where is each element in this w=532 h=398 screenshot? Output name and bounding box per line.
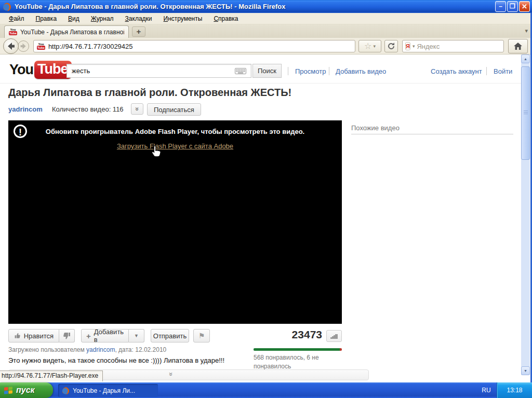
scrollbar-grip xyxy=(524,111,528,115)
sidebar-divider xyxy=(351,134,513,134)
thumbs-down-icon xyxy=(63,332,71,340)
youtube-logo[interactable]: You Tube xyxy=(9,61,72,79)
uploaded-suffix: , дата: 12.02.2010 xyxy=(115,346,166,353)
firefox-icon xyxy=(2,2,11,11)
divider xyxy=(329,67,329,75)
desktop-screen: YouTube - Дарья Липатова в главной роли.… xyxy=(0,0,532,398)
menu-tools[interactable]: Инструменты xyxy=(159,13,207,24)
yandex-icon: Я xyxy=(405,42,410,50)
url-input[interactable] xyxy=(48,43,352,50)
scrollbar-up-button[interactable]: ▲ xyxy=(521,54,530,63)
likes-text: 568 понравилось, 6 не понравилось xyxy=(254,353,346,371)
youtube-search-input[interactable] xyxy=(66,64,251,78)
menu-history[interactable]: Журнал xyxy=(86,13,118,24)
divider xyxy=(486,67,487,75)
uploader-link[interactable]: yadrincom xyxy=(8,105,43,113)
tab-title: YouTube - Дарья Липатова в главной рол..… xyxy=(20,29,124,36)
reload-icon xyxy=(387,42,395,50)
flash-download-link[interactable]: Загрузить Flash Player с сайта Adobe xyxy=(8,142,342,150)
windows-logo-icon xyxy=(4,387,13,394)
share-label: Отправить xyxy=(153,332,187,340)
scroll-down-icon: ▼ xyxy=(524,369,527,373)
status-link-preview: http://94.76.71.77/Flash-Player.exe xyxy=(0,370,103,381)
sign-in-link[interactable]: Войти xyxy=(494,67,512,75)
clock: 13:18 xyxy=(507,387,522,394)
uploaded-line: Загружено пользователем yadrincom, дата:… xyxy=(8,346,166,353)
start-label: пуск xyxy=(16,386,35,395)
menu-bookmarks[interactable]: Закладки xyxy=(121,13,157,24)
upload-link[interactable]: Добавить видео xyxy=(336,67,386,75)
video-title: Дарья Липатова в главной роли. Откровенн… xyxy=(8,87,291,99)
create-account-link[interactable]: Создать аккаунт xyxy=(431,67,482,75)
keyboard-icon[interactable] xyxy=(235,68,246,74)
youtube-favicon: You Tube xyxy=(9,29,17,35)
add-to-button[interactable]: + Добавить в xyxy=(81,329,129,342)
video-description: Это нужно видеть, на такое способны не в… xyxy=(8,356,224,364)
system-tray[interactable]: 13:18 xyxy=(497,382,532,398)
scroll-up-icon: ▲ xyxy=(524,57,527,61)
firefox-icon xyxy=(61,387,70,395)
flash-warning-text: Обновите проигрыватель Adobe Flash Playe… xyxy=(8,128,342,135)
uploaded-prefix: Загружено пользователем xyxy=(8,346,86,353)
start-button[interactable]: пуск xyxy=(0,382,53,398)
taskbar-firefox-task[interactable]: YouTube - Дарья Ли... xyxy=(58,384,158,397)
forward-arrow-icon xyxy=(20,43,27,50)
related-videos-title: Похожие видео xyxy=(351,124,400,132)
share-button[interactable]: Отправить xyxy=(151,329,189,342)
new-tab-button[interactable]: + xyxy=(132,26,145,37)
channel-expand-button[interactable]: » xyxy=(131,103,143,115)
rating-bar xyxy=(254,348,342,351)
video-player[interactable]: ! Обновите проигрыватель Adobe Flash Pla… xyxy=(8,120,342,324)
menu-bar: Файл Правка Вид Журнал Закладки Инструме… xyxy=(0,13,532,24)
menu-help[interactable]: Справка xyxy=(209,13,243,24)
flag-icon: ⚑ xyxy=(198,332,205,340)
menu-view[interactable]: Вид xyxy=(63,13,84,24)
yandex-search-input[interactable] xyxy=(417,43,508,50)
browse-link[interactable]: Просмотр xyxy=(295,67,326,75)
expand-chevron-icon: » xyxy=(166,372,176,376)
reload-button[interactable] xyxy=(384,40,398,52)
back-arrow-icon xyxy=(6,42,16,51)
task-label: YouTube - Дарья Ли... xyxy=(73,387,135,394)
window-titlebar[interactable]: YouTube - Дарья Липатова в главной роли.… xyxy=(0,0,532,13)
youtube-search-button[interactable]: Поиск xyxy=(252,64,282,78)
restore-button[interactable]: ❐ xyxy=(507,1,518,12)
header-divider xyxy=(0,83,521,84)
taskbar: пуск YouTube - Дарья Ли... RU 13:18 xyxy=(0,382,532,398)
menu-edit[interactable]: Правка xyxy=(31,13,62,24)
youtube-favicon: You Tube xyxy=(37,43,45,50)
statistics-button[interactable] xyxy=(326,330,342,342)
window-title: YouTube - Дарья Липатова в главной роли.… xyxy=(15,3,494,10)
url-bar[interactable]: You Tube xyxy=(33,40,355,52)
forward-button[interactable] xyxy=(18,40,29,52)
back-button[interactable] xyxy=(3,38,19,54)
cursor-pointer-icon xyxy=(150,145,162,159)
uploaded-user-link[interactable]: yadrincom xyxy=(86,346,115,353)
yandex-search-bar[interactable]: Я ▾ xyxy=(402,40,504,52)
tab-list-caret-icon[interactable]: ▾ xyxy=(525,28,528,34)
close-button[interactable]: ✕ xyxy=(519,1,530,12)
chevron-down-icon: » xyxy=(132,107,142,111)
navigation-toolbar: You Tube ☆ ▾ Я ▾ xyxy=(0,38,532,54)
scrollbar-thumb[interactable] xyxy=(521,66,530,160)
like-button[interactable]: Нравится xyxy=(8,329,59,342)
logo-you-text: You xyxy=(9,62,33,78)
add-to-dropdown-button[interactable]: ▼ xyxy=(129,329,144,342)
tab-youtube[interactable]: You Tube YouTube - Дарья Липатова в глав… xyxy=(4,25,129,38)
home-button[interactable] xyxy=(508,39,528,53)
rating-bar-dislikes xyxy=(340,348,342,351)
minimize-button[interactable]: – xyxy=(495,1,506,12)
language-indicator[interactable]: RU xyxy=(477,382,496,398)
bookmark-caret-icon: ▾ xyxy=(373,44,376,49)
thumbs-up-icon xyxy=(14,332,21,340)
view-count: 23473 xyxy=(249,328,322,341)
flag-button[interactable]: ⚑ xyxy=(193,329,210,342)
subscribe-button[interactable]: Подписаться xyxy=(147,103,201,116)
menu-file[interactable]: Файл xyxy=(4,13,29,24)
dislike-button[interactable] xyxy=(59,329,75,342)
search-engine-caret-icon[interactable]: ▾ xyxy=(413,44,415,49)
bookmark-star-button[interactable]: ☆ ▾ xyxy=(358,40,381,52)
scrollbar-down-button[interactable]: ▼ xyxy=(521,366,530,375)
rating-bar-likes xyxy=(254,348,340,351)
video-count-label: Количество видео: 116 xyxy=(52,105,124,113)
